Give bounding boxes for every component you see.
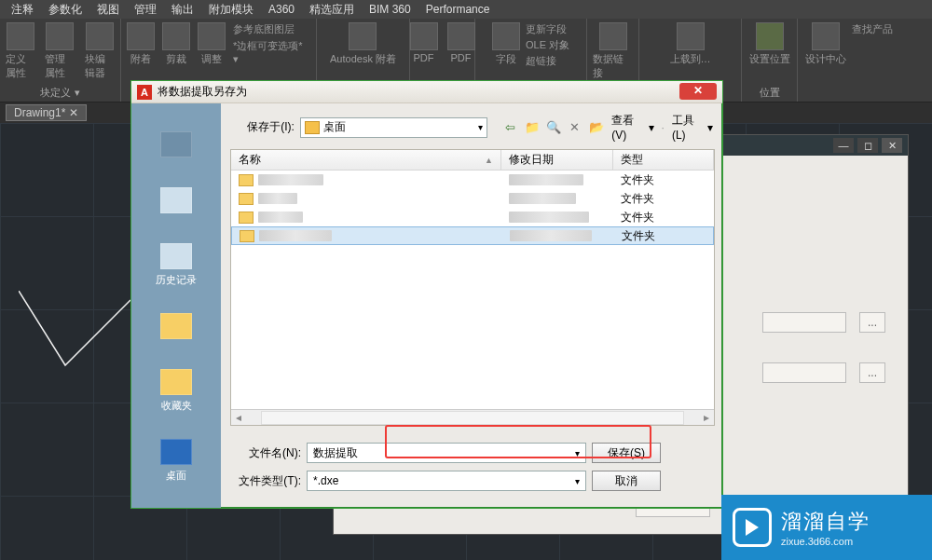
folder-icon bbox=[239, 212, 254, 224]
ribbon-note[interactable]: 查找产品 bbox=[852, 22, 893, 66]
menu-item[interactable]: Performance bbox=[420, 3, 496, 16]
ribbon-btn-location[interactable]: 设置位置 bbox=[749, 22, 790, 66]
ribbon-group-label-location: 位置 bbox=[760, 86, 780, 100]
folder-icon bbox=[240, 230, 254, 242]
file-row-selected[interactable]: 文件夹 bbox=[231, 226, 714, 245]
savein-label: 保存于(I): bbox=[230, 119, 295, 135]
up-folder-icon[interactable]: 📁 bbox=[524, 119, 540, 136]
ribbon-note[interactable]: *边框可变选项* ▾ bbox=[233, 39, 310, 65]
minimize-button[interactable]: — bbox=[833, 138, 854, 153]
ribbon-btn-manage-attr[interactable]: 管理属性 bbox=[45, 22, 75, 80]
ribbon-btn-upload[interactable]: 上载到… bbox=[670, 22, 711, 66]
drawing-shape bbox=[19, 291, 130, 375]
view-menu[interactable]: 查看(V) ▾ bbox=[610, 113, 655, 142]
menu-item[interactable]: 附加模块 bbox=[203, 2, 259, 18]
menu-item[interactable]: 输出 bbox=[166, 2, 199, 18]
dialog-titlebar: A 将数据提取另存为 ✕ bbox=[131, 81, 722, 103]
save-as-dialog: A 将数据提取另存为 ✕ 历史记录 收藏夹 桌面 保存于(I): 桌面 ▾ ⇦ bbox=[130, 80, 723, 509]
ellipsis-button[interactable]: ... bbox=[859, 312, 885, 333]
column-header-name[interactable]: 名称▲ bbox=[231, 150, 501, 170]
folder-icon bbox=[239, 174, 254, 186]
folder-icon bbox=[239, 193, 254, 205]
file-row[interactable]: 文件夹 bbox=[231, 208, 714, 226]
menu-item[interactable]: A360 bbox=[263, 3, 300, 16]
savein-select[interactable]: 桌面 ▾ bbox=[300, 117, 487, 138]
menu-item[interactable]: 视图 bbox=[91, 2, 125, 18]
search-icon[interactable]: 🔍 bbox=[545, 119, 561, 136]
dialog-close-button[interactable]: ✕ bbox=[679, 83, 717, 100]
ribbon-btn-clip[interactable]: 剪裁 bbox=[162, 22, 190, 66]
filetype-select[interactable]: *.dxe▾ bbox=[307, 471, 586, 491]
file-row[interactable]: 文件夹 bbox=[231, 189, 714, 208]
play-icon bbox=[733, 508, 772, 547]
ribbon-note[interactable]: 参考底图图层 bbox=[233, 22, 310, 36]
delete-icon[interactable]: ✕ bbox=[567, 119, 582, 136]
ellipsis-button[interactable]: ... bbox=[859, 362, 885, 383]
ghost-button[interactable] bbox=[762, 362, 846, 383]
menu-item[interactable]: 参数化 bbox=[43, 2, 88, 18]
ribbon-btn-define-attr[interactable]: 定义属性 bbox=[6, 22, 35, 80]
ribbon-note[interactable]: OLE 对象 bbox=[526, 38, 569, 52]
file-list: 名称▲ 修改日期 类型 文件夹 文件夹 bbox=[230, 149, 715, 426]
ribbon-btn-autodesk-attach[interactable]: Autodesk 附着 bbox=[330, 22, 396, 66]
file-row[interactable]: 文件夹 bbox=[231, 171, 714, 189]
back-icon[interactable]: ⇦ bbox=[502, 119, 518, 136]
horizontal-scrollbar[interactable]: ◂▸ bbox=[231, 409, 714, 425]
ribbon-btn-designcenter[interactable]: 设计中心 bbox=[805, 22, 846, 66]
filename-input[interactable]: 数据提取▾ bbox=[307, 443, 586, 463]
dialog-title: 将数据提取另存为 bbox=[158, 84, 247, 100]
new-folder-icon[interactable]: 📂 bbox=[588, 119, 604, 136]
column-header-type[interactable]: 类型 bbox=[613, 150, 714, 170]
menu-item[interactable]: BIM 360 bbox=[363, 3, 417, 16]
watermark: 溜溜自学 zixue.3d66.com bbox=[721, 495, 932, 560]
places-item[interactable] bbox=[160, 313, 192, 343]
folder-icon bbox=[305, 121, 320, 134]
ribbon-btn-field[interactable]: 字段 bbox=[492, 22, 520, 66]
ribbon-btn-block-editor[interactable]: 块编辑器 bbox=[85, 22, 115, 80]
ribbon-btn-attach[interactable]: 附着 bbox=[127, 22, 155, 66]
tools-menu[interactable]: 工具(L) ▾ bbox=[670, 113, 715, 142]
places-item[interactable] bbox=[160, 187, 192, 217]
column-header-date[interactable]: 修改日期 bbox=[501, 150, 613, 170]
ribbon-note[interactable]: 更新字段 bbox=[526, 22, 569, 36]
filetype-label: 文件类型(T): bbox=[234, 473, 301, 489]
places-item-history[interactable]: 历史记录 bbox=[156, 243, 197, 287]
places-item-favorites[interactable]: 收藏夹 bbox=[160, 369, 192, 413]
ribbon-group-label[interactable]: 块定义 ▾ bbox=[40, 86, 79, 100]
chevron-down-icon: ▾ bbox=[478, 122, 483, 132]
ghost-button[interactable] bbox=[762, 312, 846, 333]
menu-item[interactable]: 精选应用 bbox=[304, 2, 360, 18]
maximize-button[interactable]: ◻ bbox=[857, 138, 878, 153]
ribbon-btn-adjust[interactable]: 调整 bbox=[198, 22, 226, 66]
ribbon-btn-pdf2[interactable]: PDF bbox=[447, 22, 475, 63]
places-item[interactable] bbox=[160, 131, 192, 161]
menu-item[interactable]: 管理 bbox=[129, 2, 162, 18]
watermark-url: zixue.3d66.com bbox=[781, 536, 870, 547]
app-logo-icon: A bbox=[137, 85, 152, 100]
ribbon-btn-pdf[interactable]: PDF bbox=[410, 22, 438, 63]
watermark-title: 溜溜自学 bbox=[781, 508, 870, 536]
ribbon-note[interactable]: 超链接 bbox=[526, 54, 569, 68]
close-icon[interactable]: ✕ bbox=[69, 106, 78, 119]
menu-bar: 注释 参数化 视图 管理 输出 附加模块 A360 精选应用 BIM 360 P… bbox=[0, 0, 932, 19]
places-item-desktop[interactable]: 桌面 bbox=[160, 439, 192, 483]
save-button[interactable]: 保存(S) bbox=[592, 443, 661, 463]
places-sidebar: 历史记录 收藏夹 桌面 bbox=[131, 103, 221, 508]
document-tab[interactable]: Drawing1* ✕ bbox=[6, 104, 87, 121]
filename-label: 文件名(N): bbox=[234, 445, 301, 461]
ribbon-btn-datalink[interactable]: 数据链接 bbox=[593, 22, 633, 80]
close-button[interactable]: ✕ bbox=[882, 138, 902, 153]
menu-item[interactable]: 注释 bbox=[6, 2, 39, 18]
cancel-button[interactable]: 取消 bbox=[592, 471, 661, 491]
